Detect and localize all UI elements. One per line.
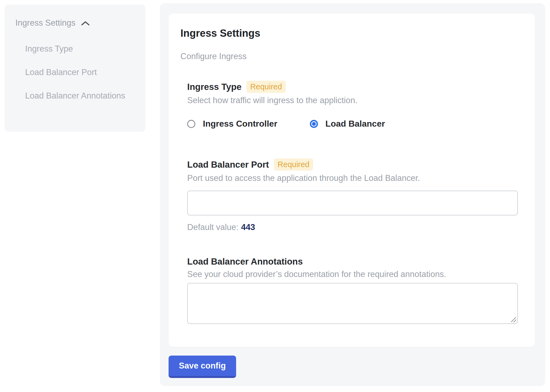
radio-option-ingress-controller[interactable]: Ingress Controller xyxy=(187,119,277,129)
ingress-type-label: Ingress Type xyxy=(187,82,242,92)
settings-sidebar: Ingress Settings Ingress Type Load Balan… xyxy=(5,5,145,132)
load-balancer-annotations-textarea[interactable] xyxy=(187,283,518,324)
section-ingress-type: Ingress Type Required Select how traffic… xyxy=(187,81,518,129)
default-value-label: Default value: xyxy=(187,222,239,232)
load-balancer-port-label: Load Balancer Port xyxy=(187,160,269,170)
radio-unselected-icon[interactable] xyxy=(187,120,195,128)
sidebar-group-label: Ingress Settings xyxy=(15,18,75,28)
sidebar-group-ingress-settings[interactable]: Ingress Settings xyxy=(15,18,145,28)
page-subtitle: Configure Ingress xyxy=(180,52,523,61)
load-balancer-port-description: Port used to access the application thro… xyxy=(187,173,518,183)
radio-selected-icon[interactable] xyxy=(310,120,318,128)
ingress-settings-card: Ingress Settings Configure Ingress Ingre… xyxy=(169,13,535,347)
radio-label-load-balancer: Load Balancer xyxy=(326,119,385,129)
sidebar-item-load-balancer-annotations[interactable]: Load Balancer Annotations xyxy=(25,88,128,103)
required-badge: Required xyxy=(274,158,313,171)
ingress-type-description: Select how traffic will ingress to the a… xyxy=(187,96,518,105)
section-load-balancer-annotations: Load Balancer Annotations See your cloud… xyxy=(187,256,518,324)
required-badge: Required xyxy=(246,81,286,93)
load-balancer-annotations-description: See your cloud provider’s documentation … xyxy=(187,269,518,279)
radio-label-ingress-controller: Ingress Controller xyxy=(203,119,277,129)
main-panel: Ingress Settings Configure Ingress Ingre… xyxy=(160,3,545,386)
ingress-type-radio-group: Ingress Controller Load Balancer xyxy=(187,119,518,129)
sidebar-item-list: Ingress Type Load Balancer Port Load Bal… xyxy=(25,41,135,103)
radio-option-load-balancer[interactable]: Load Balancer xyxy=(310,119,385,129)
default-value-line: Default value:443 xyxy=(187,222,518,232)
load-balancer-annotations-label: Load Balancer Annotations xyxy=(187,256,303,267)
page-title: Ingress Settings xyxy=(180,28,523,39)
chevron-up-icon xyxy=(81,21,90,26)
sidebar-item-load-balancer-port[interactable]: Load Balancer Port xyxy=(25,65,128,80)
sidebar-item-ingress-type[interactable]: Ingress Type xyxy=(25,41,128,56)
section-load-balancer-port: Load Balancer Port Required Port used to… xyxy=(187,158,518,232)
default-value: 443 xyxy=(241,222,255,232)
load-balancer-port-input[interactable] xyxy=(187,191,518,215)
save-config-button[interactable]: Save config xyxy=(169,356,236,378)
